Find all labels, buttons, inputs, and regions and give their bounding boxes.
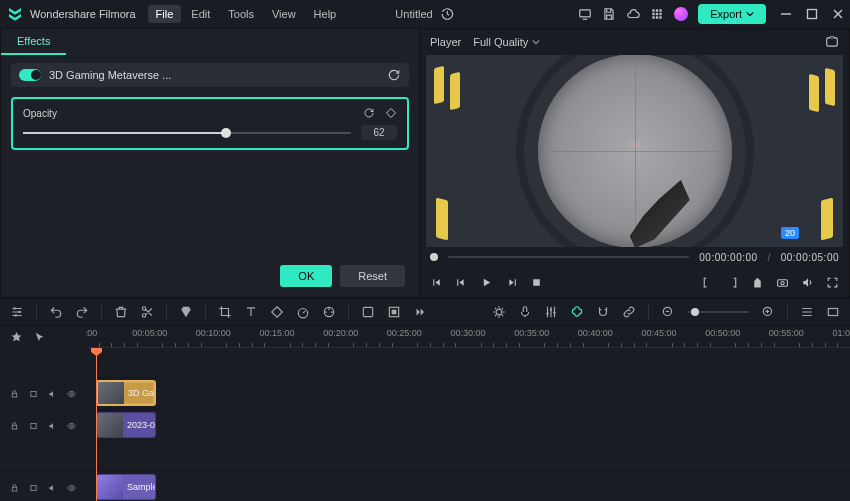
stop-icon[interactable] [530,276,543,289]
save-icon[interactable] [602,7,616,21]
prev-icon[interactable] [430,276,443,289]
zoom-out-icon[interactable] [661,305,675,319]
playhead[interactable] [96,348,97,501]
device-icon[interactable] [578,7,592,21]
step-fwd-icon[interactable] [505,276,518,289]
fit-icon[interactable] [826,305,840,319]
seek-position[interactable] [430,253,438,261]
svg-point-5 [781,281,784,284]
opacity-label: Opacity [23,108,353,119]
player-panel: Player Full Quality 0X 20 [420,28,850,298]
bracket-left-icon[interactable] [701,276,714,289]
target-icon[interactable] [29,420,38,432]
volume-icon[interactable] [801,276,814,289]
lock-icon[interactable] [10,388,19,400]
eye-icon[interactable] [67,420,76,432]
fullscreen-icon[interactable] [826,276,839,289]
app-logo [6,5,24,23]
mic-record-icon[interactable] [518,305,532,319]
opacity-slider[interactable] [23,132,351,134]
timeline-toolbar [0,298,850,326]
more-icon[interactable] [413,305,427,319]
eye-icon[interactable] [67,388,76,400]
marker-tool-icon[interactable] [179,305,193,319]
svg-point-6 [14,307,16,309]
mute-icon[interactable] [48,388,57,400]
zoom-in-icon[interactable] [761,305,775,319]
mask-icon[interactable] [387,305,401,319]
track-size-icon[interactable] [800,305,814,319]
ok-button[interactable]: OK [280,265,332,287]
menu-file[interactable]: File [148,5,182,23]
keyframe-tool-icon[interactable] [270,305,284,319]
split-icon[interactable] [140,305,154,319]
snapshot-icon[interactable] [825,35,839,49]
mute-icon[interactable] [48,420,57,432]
mute-icon[interactable] [48,482,57,494]
time-ruler[interactable]: 00:0000:05:0000:10:0000:15:0000:20:0000:… [86,326,850,348]
menu-help[interactable]: Help [306,5,345,23]
magnet-icon[interactable] [596,305,610,319]
window-close-icon[interactable] [832,8,844,20]
window-maximize-icon[interactable] [806,8,818,20]
app-name: Wondershare Filmora [30,8,136,20]
opacity-value[interactable]: 62 [361,125,397,140]
menu-view[interactable]: View [264,5,304,23]
scope-graphic: 0X [526,55,744,247]
eye-icon[interactable] [67,482,76,494]
color-icon[interactable] [322,305,336,319]
sliders-icon[interactable] [10,305,24,319]
grid-icon[interactable] [650,7,664,21]
svg-rect-3 [533,279,540,286]
green-screen-icon[interactable] [361,305,375,319]
effect-name: 3D Gaming Metaverse ... [49,69,387,81]
svg-rect-2 [827,38,838,46]
window-minimize-icon[interactable] [780,8,792,20]
effect-toggle[interactable] [19,69,41,81]
link-icon[interactable] [622,305,636,319]
effect-reset-icon[interactable] [387,68,401,82]
undo-icon[interactable] [49,305,63,319]
render-icon[interactable] [492,305,506,319]
pin-icon[interactable] [10,331,23,344]
menu-edit[interactable]: Edit [183,5,218,23]
target-icon[interactable] [29,482,38,494]
text-icon[interactable] [244,305,258,319]
svg-rect-24 [828,309,837,316]
cursor-icon[interactable] [33,331,46,344]
export-button[interactable]: Export [698,4,766,24]
opacity-reset-icon[interactable] [363,107,375,119]
clip-color[interactable]: Sample Col... [96,474,156,500]
play-icon[interactable] [480,276,493,289]
tab-effects[interactable]: Effects [1,29,66,55]
project-title: Untitled [395,8,432,20]
quality-dropdown[interactable]: Full Quality [473,36,540,48]
step-back-icon[interactable] [455,276,468,289]
bracket-right-icon[interactable] [726,276,739,289]
svg-point-30 [70,424,72,426]
seek-bar[interactable] [448,256,689,258]
history-icon[interactable] [441,7,455,21]
redo-icon[interactable] [75,305,89,319]
target-icon[interactable] [29,388,38,400]
lock-icon[interactable] [10,420,19,432]
clip-video[interactable]: 2023-01-05... [96,412,156,438]
menu-tools[interactable]: Tools [220,5,262,23]
keyframe-icon[interactable] [385,107,397,119]
track-fx: 3D Gaming ... [0,378,850,410]
auto-ripple-icon[interactable] [570,305,584,319]
user-avatar[interactable] [674,7,688,21]
lock-icon[interactable] [10,482,19,494]
delete-icon[interactable] [114,305,128,319]
video-preview[interactable]: 0X 20 [426,55,843,247]
camera-icon[interactable] [776,276,789,289]
speed-icon[interactable] [296,305,310,319]
clip-fx[interactable]: 3D Gaming ... [96,380,156,406]
reset-button[interactable]: Reset [340,265,405,287]
crop-icon[interactable] [218,305,232,319]
timeline: 3D Gaming ... 2023-01-05... Sample Col..… [0,348,850,501]
mixer-icon[interactable] [544,305,558,319]
marker-icon[interactable] [751,276,764,289]
cloud-icon[interactable] [626,7,640,21]
zoom-slider[interactable] [687,311,749,313]
